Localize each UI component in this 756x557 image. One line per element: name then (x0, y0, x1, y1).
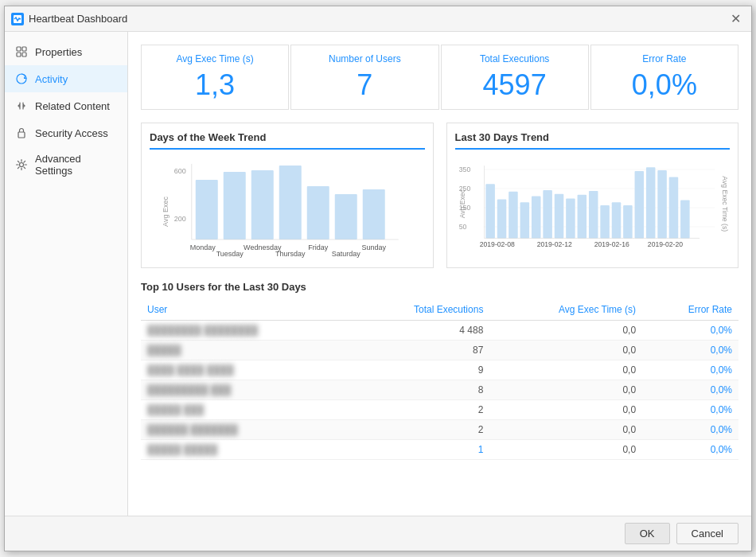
stat-num-users-label: Number of Users (304, 53, 425, 64)
svg-text:2019-02-16: 2019-02-16 (594, 240, 629, 248)
svg-rect-43 (566, 198, 575, 238)
cell-executions: 87 (350, 340, 489, 360)
stat-error-rate-label: Error Rate (604, 53, 725, 64)
svg-rect-14 (279, 166, 302, 240)
cell-executions: 1 (350, 439, 489, 459)
chart-right-area: 350 250 150 50 (455, 156, 731, 259)
cell-executions: 9 (350, 360, 489, 380)
svg-rect-6 (18, 132, 25, 138)
stat-avg-exec-value: 1,3 (154, 69, 275, 101)
stat-num-users: Number of Users 7 (290, 45, 438, 110)
cell-user: ████████ ████████ (141, 320, 350, 340)
stat-total-exec-label: Total Executions (454, 53, 575, 64)
cell-user: █████ (141, 340, 350, 360)
cell-user: ████ ████ ████ (141, 360, 350, 380)
main-content: Avg Exec Time (s) 1,3 Number of Users 7 … (128, 32, 751, 516)
cell-error: 0,0% (642, 419, 738, 439)
cell-user: █████████ ███ (141, 380, 350, 399)
title-bar-left: Heartbeat Dashboard (11, 13, 127, 25)
chart-right-title: Last 30 Days Trend (455, 131, 731, 150)
app-icon (11, 13, 24, 25)
stat-total-exec: Total Executions 4597 (441, 45, 589, 110)
close-button[interactable]: ✕ (726, 10, 745, 29)
svg-rect-47 (611, 202, 621, 238)
window-title: Heartbeat Dashboard (29, 13, 127, 25)
cancel-button[interactable]: Cancel (676, 523, 738, 544)
table-header-row: User Total Executions Avg Exec Time (s) … (141, 299, 738, 321)
sidebar-label-related-content: Related Content (35, 100, 110, 112)
table-row: ████ ████ ████90,00,0% (141, 360, 738, 380)
cell-avg: 0,0 (489, 419, 642, 439)
cell-avg: 0,0 (489, 340, 642, 360)
svg-rect-44 (577, 194, 586, 238)
svg-rect-51 (657, 170, 667, 238)
table-row: ██████ ███████20,00,0% (141, 419, 738, 439)
svg-rect-46 (600, 205, 610, 238)
sidebar-label-properties: Properties (35, 46, 82, 58)
title-bar: Heartbeat Dashboard ✕ (5, 6, 751, 32)
cell-error: 0,0% (642, 320, 738, 340)
svg-rect-42 (554, 193, 563, 238)
chart-right-svg: 350 250 150 50 (455, 156, 731, 259)
stat-total-exec-value: 4597 (454, 69, 575, 101)
svg-rect-41 (543, 190, 552, 238)
svg-rect-38 (509, 191, 518, 238)
svg-text:Friday: Friday (308, 243, 329, 251)
svg-text:2019-02-08: 2019-02-08 (479, 240, 514, 248)
cell-avg: 0,0 (489, 360, 642, 380)
cell-avg: 0,0 (489, 380, 642, 399)
sidebar-item-activity[interactable]: Activity (5, 65, 127, 92)
cell-error: 0,0% (642, 360, 738, 380)
stat-error-rate-value: 0,0% (604, 69, 725, 101)
cell-error: 0,0% (642, 380, 738, 399)
cell-executions: 2 (350, 399, 489, 419)
svg-rect-11 (196, 180, 218, 240)
col-header-error: Error Rate (642, 299, 738, 321)
table-row: █████870,00,0% (141, 340, 738, 360)
svg-rect-40 (531, 196, 540, 238)
stat-avg-exec: Avg Exec Time (s) 1,3 (141, 45, 289, 110)
sidebar-item-properties[interactable]: Properties (5, 38, 127, 65)
data-table: User Total Executions Avg Exec Time (s) … (141, 299, 738, 460)
svg-text:600: 600 (174, 167, 186, 175)
svg-rect-3 (17, 53, 21, 56)
sidebar-item-advanced-settings[interactable]: Advanced Settings (5, 146, 127, 183)
svg-text:Avg Exec: Avg Exec (458, 189, 466, 218)
chart-left: Days of the Week Trend 600 200 (141, 123, 434, 268)
related-content-icon (14, 99, 29, 113)
cell-user: ██████ ███████ (141, 419, 350, 439)
table-row: █████████ ███80,00,0% (141, 380, 738, 399)
security-access-icon (14, 126, 29, 140)
svg-text:Saturday: Saturday (332, 250, 361, 258)
cell-error: 0,0% (642, 340, 738, 360)
sidebar-item-related-content[interactable]: Related Content (5, 92, 127, 119)
properties-icon (14, 45, 29, 59)
svg-text:350: 350 (458, 165, 470, 173)
content-area: Properties Activity Rela (5, 32, 751, 516)
svg-rect-36 (485, 184, 495, 238)
svg-rect-15 (307, 186, 329, 240)
svg-text:Monday: Monday (190, 243, 216, 251)
table-row: █████ █████10,00,0% (141, 439, 738, 459)
charts-row: Days of the Week Trend 600 200 (141, 123, 738, 268)
stat-error-rate: Error Rate 0,0% (590, 45, 738, 110)
col-header-executions: Total Executions (350, 299, 489, 321)
col-header-user: User (141, 299, 350, 321)
cell-avg: 0,0 (489, 399, 642, 419)
cell-executions: 4 488 (350, 320, 489, 340)
svg-rect-53 (680, 200, 690, 238)
ok-button[interactable]: OK (625, 523, 670, 544)
cell-executions: 2 (350, 419, 489, 439)
chart-left-title: Days of the Week Trend (150, 131, 425, 150)
sidebar-item-security-access[interactable]: Security Access (5, 119, 127, 146)
sidebar-label-security-access: Security Access (35, 127, 108, 139)
table-title: Top 10 Users for the Last 30 Days (141, 281, 738, 293)
svg-text:2019-02-12: 2019-02-12 (536, 240, 571, 248)
svg-rect-39 (520, 202, 529, 238)
svg-text:Thursday: Thursday (275, 250, 306, 258)
svg-text:Avg Exec Time (s): Avg Exec Time (s) (720, 176, 728, 232)
sidebar-label-advanced-settings: Advanced Settings (35, 153, 118, 177)
svg-rect-37 (497, 199, 506, 238)
svg-rect-13 (251, 170, 274, 240)
chart-left-area: 600 200 (150, 156, 425, 259)
